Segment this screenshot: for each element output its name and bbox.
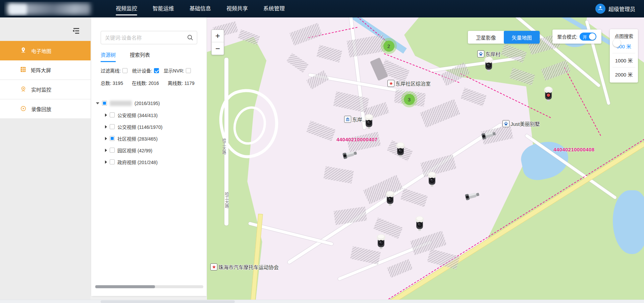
ptz-camera-marker[interactable] [363, 113, 375, 131]
tree-checkbox[interactable] [110, 112, 115, 117]
panel-horizontal-scrollbar[interactable] [95, 285, 203, 288]
poi-text: 东岸社区综治室 [395, 80, 431, 87]
filter-checkbox[interactable] [186, 68, 191, 73]
ptz-camera-marker[interactable] [384, 190, 396, 208]
tree-checkbox[interactable] [110, 148, 115, 153]
user-avatar[interactable] [595, 4, 605, 14]
map-shape [207, 37, 311, 300]
cluster-marker[interactable]: 3 [401, 91, 417, 107]
sidebar-item-label: 录像回放 [31, 105, 51, 112]
cluster-mode-toggle[interactable]: 开 [580, 33, 596, 41]
sidebar-item[interactable]: 实时监控 [0, 80, 91, 99]
cluster-count: 3 [404, 94, 415, 105]
cluster-mode-card: 聚合模式: 开 [552, 30, 601, 44]
page-scrollbar-thumb[interactable] [101, 300, 235, 303]
map-shape [348, 17, 366, 130]
logo-blurred [4, 2, 95, 16]
map-canvas[interactable]: 23东岸村东岸社区综治室东岸…行Just美丽别墅珠海市汽车摩托车运动协会4404… [207, 17, 644, 300]
tree-row[interactable]: 公交视频 (1146/1970) [96, 121, 203, 133]
map-shape [420, 99, 460, 128]
map-shape [400, 188, 428, 207]
filter-item: 统计设备: [132, 67, 159, 74]
tree-expand-caret[interactable] [105, 113, 107, 117]
monitor-icon [20, 86, 26, 93]
page-horizontal-scrollbar[interactable] [0, 300, 644, 303]
tree-row[interactable]: 园区视频 (42/99) [96, 144, 203, 156]
tree-expand-caret[interactable] [105, 125, 107, 129]
sidebar: 电子地图矩阵大屏实时监控录像回放 [0, 17, 91, 300]
ptz-camera-marker[interactable] [394, 141, 407, 159]
tree-checkbox[interactable] [110, 136, 115, 141]
zoom-out-button[interactable]: − [212, 42, 224, 55]
point-search-title: 点图搜索 [612, 33, 635, 39]
nav-tab[interactable]: 视频共享 [226, 0, 248, 17]
star-icon [210, 263, 217, 270]
map-shape [334, 207, 367, 225]
device-code-label: 44040210000407 [336, 137, 377, 142]
tree-checkbox[interactable] [110, 159, 115, 164]
tree-node-label: 政府视频 (201/248) [117, 159, 158, 165]
toggle-knob [613, 39, 621, 47]
nav-tab[interactable]: 基础信息 [190, 0, 211, 17]
toggle-knob [589, 33, 596, 40]
stat-item: 在线数: 2016 [132, 80, 159, 86]
filter-checkbox[interactable] [122, 68, 127, 73]
collapse-sidebar-icon[interactable] [72, 27, 80, 35]
tree-expand-caret[interactable] [105, 149, 107, 152]
panel-tabs: 资源树搜索列表 [101, 51, 150, 62]
filter-checkbox[interactable] [154, 68, 159, 73]
nav-tab[interactable]: 智能运维 [153, 0, 174, 17]
tree-row[interactable]: 社区视频 (283/465) [96, 133, 203, 144]
filter-item: 过滤离线: [101, 67, 127, 74]
ptz-camera-marker[interactable] [426, 171, 438, 189]
tree-root-name-redacted [110, 101, 132, 106]
ptz-camera-marker[interactable] [375, 233, 387, 251]
zoom-in-button[interactable]: + [212, 30, 224, 42]
map-layer-switcher: 卫星影像矢量地图 [468, 31, 540, 44]
map-poi-label: Just美丽别墅 [502, 120, 540, 127]
ptz-camera-marker[interactable] [483, 56, 495, 74]
tree-row[interactable]: 政府视频 (201/248) [96, 156, 203, 168]
sidebar-item[interactable]: 矩阵大屏 [0, 60, 91, 80]
map-layer-button[interactable]: 矢量地图 [504, 31, 540, 44]
bullet-camera-marker[interactable] [342, 149, 358, 161]
tree-checkbox[interactable] [110, 124, 115, 129]
map-shape [317, 45, 342, 63]
map-pin-icon [20, 47, 26, 54]
point-search-radius-option[interactable]: 1000 米 [612, 53, 635, 67]
user-icon [597, 5, 603, 12]
road-name-label: 哈工大路 [221, 138, 227, 154]
logo-blur-shape [9, 4, 27, 14]
map-shape [461, 88, 486, 106]
panel-tab[interactable]: 资源树 [101, 51, 116, 62]
tree-expand-caret[interactable] [105, 137, 107, 140]
tree-row[interactable]: 公安视频 (344/413) [96, 109, 203, 121]
bullet-camera-marker[interactable] [465, 191, 480, 203]
nav-tab[interactable]: 视频监控 [116, 0, 137, 17]
map-layer-button[interactable]: 卫星影像 [468, 31, 504, 44]
sidebar-menu: 电子地图矩阵大屏实时监控录像回放 [0, 41, 91, 119]
tree-checkbox[interactable] [102, 101, 107, 106]
device-code-label: 44040210000408 [553, 147, 594, 152]
search-icon[interactable] [186, 34, 194, 43]
tree-expand-caret[interactable] [96, 102, 99, 104]
ptz-camera-marker[interactable] [414, 215, 426, 233]
tree-node-label: 园区视频 (42/99) [117, 147, 152, 154]
user-area[interactable]: 超级管理员 [595, 0, 635, 17]
sidebar-item[interactable]: 录像回放 [0, 99, 91, 119]
filter-item: 显示NVR: [164, 67, 191, 74]
ptz-camera-marker[interactable] [542, 86, 554, 104]
search-input[interactable] [101, 31, 197, 44]
tree-expand-caret[interactable] [105, 160, 107, 164]
sidebar-item-label: 电子地图 [31, 47, 51, 54]
panel-scrollbar-thumb[interactable] [95, 285, 155, 288]
road-name-label: 哈工大路 [224, 192, 229, 208]
cluster-marker[interactable]: 2 [381, 38, 397, 54]
tree-root-row[interactable]: (2016/3195) [96, 97, 203, 109]
nav-tab[interactable]: 系统管理 [263, 0, 285, 17]
topbar: 视频监控智能运维基础信息视频共享系统管理 超级管理员 [0, 0, 644, 17]
bullet-camera-marker[interactable] [481, 130, 496, 142]
point-search-radius-option[interactable]: 2000 米 [612, 67, 635, 81]
sidebar-item[interactable]: 电子地图 [0, 41, 91, 60]
panel-tab[interactable]: 搜索列表 [130, 51, 150, 62]
